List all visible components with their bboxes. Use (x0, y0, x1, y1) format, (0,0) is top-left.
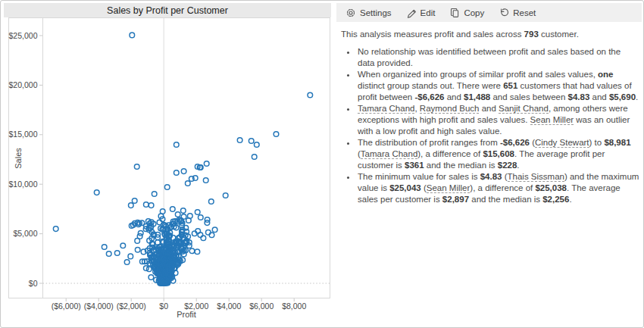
data-point[interactable] (135, 248, 140, 253)
y-tick-label: $20,000 (9, 80, 38, 89)
customer-link[interactable]: Tamara Chand (361, 149, 417, 159)
data-point[interactable] (144, 202, 149, 208)
data-point[interactable] (205, 217, 210, 223)
metric-value: one (598, 70, 613, 79)
analysis-panel: This analysis measures profit and sales … (341, 29, 639, 205)
copy-button[interactable]: Copy (449, 8, 484, 18)
y-tick-label: $0 (29, 279, 38, 288)
edit-button[interactable]: Edit (406, 8, 436, 18)
x-tick-label: $6,000 (249, 301, 274, 311)
copy-icon (449, 8, 460, 18)
data-point[interactable] (170, 207, 176, 212)
data-point[interactable] (148, 203, 154, 208)
data-point[interactable] (181, 214, 186, 220)
data-point[interactable] (186, 181, 191, 186)
data-point[interactable] (128, 254, 133, 259)
analysis-bullet: When organized into groups of similar pr… (357, 69, 639, 103)
data-point[interactable] (181, 169, 186, 174)
data-point[interactable] (53, 226, 58, 232)
analysis-text: , (414, 104, 419, 113)
data-point[interactable] (124, 260, 130, 265)
analysis-text: The minimum value for sales is (358, 172, 480, 181)
y-tick-label: $5,000 (13, 229, 37, 238)
data-point[interactable] (209, 199, 214, 205)
analysis-list: No relationship was identified between p… (341, 46, 639, 205)
data-point[interactable] (155, 240, 161, 245)
y-tick-label: $10,000 (9, 180, 38, 189)
data-point[interactable] (237, 138, 242, 143)
data-point[interactable] (94, 190, 99, 195)
data-point[interactable] (129, 203, 134, 208)
data-point[interactable] (174, 170, 180, 176)
data-point[interactable] (204, 161, 209, 167)
metric-value: $15,608 (483, 149, 514, 158)
customer-link[interactable]: Sanjit Chand (499, 104, 549, 114)
data-point[interactable] (174, 142, 180, 148)
data-point[interactable] (114, 251, 120, 256)
data-point[interactable] (206, 230, 211, 236)
metric-value: $228 (498, 161, 517, 170)
data-point[interactable] (138, 230, 143, 236)
data-point[interactable] (201, 236, 206, 241)
data-point[interactable] (175, 212, 180, 217)
data-point[interactable] (147, 267, 152, 272)
data-point[interactable] (164, 185, 170, 190)
customer-link[interactable]: Cindy Stewart (535, 138, 589, 148)
data-point[interactable] (249, 139, 254, 144)
metric-value: $2,256 (542, 195, 569, 204)
customer-link[interactable]: Raymond Buch (420, 104, 480, 114)
metric-value: $4.83 (568, 92, 590, 102)
reset-button[interactable]: Reset (499, 8, 536, 18)
analysis-text: When organized into groups of similar pr… (358, 70, 598, 79)
data-point[interactable] (212, 227, 217, 233)
analysis-text: ), a difference of (417, 149, 483, 158)
edit-label: Edit (420, 8, 436, 17)
gear-icon (345, 8, 356, 18)
data-point[interactable] (132, 198, 137, 204)
analysis-text: and (589, 92, 609, 102)
analysis-text: . (636, 92, 638, 102)
pencil-icon (406, 8, 417, 18)
data-point[interactable] (152, 192, 157, 197)
analysis-bullet: The minimum value for sales is $4.83 (Th… (357, 171, 639, 205)
scatter-plot: $0$5,000$10,000$15,000$20,000$25,000($6,… (1, 1, 334, 328)
analysis-text: ), a difference of (470, 183, 535, 192)
customer-link[interactable]: Tamara Chand (358, 104, 414, 114)
customer-link[interactable]: Sean Miller (530, 115, 574, 125)
data-point[interactable] (223, 193, 228, 198)
reset-icon (499, 8, 509, 18)
data-point[interactable] (188, 214, 193, 219)
toolbar: Settings Edit Copy Reset (336, 3, 642, 22)
customer-link[interactable]: Sean Miller (427, 183, 470, 193)
data-point[interactable] (120, 243, 126, 248)
data-point[interactable] (148, 275, 154, 280)
data-point[interactable] (130, 33, 135, 38)
metric-value: -$6,626 (414, 92, 444, 102)
data-point[interactable] (195, 249, 200, 255)
x-tick-label: ($2,000) (117, 301, 146, 311)
data-point[interactable] (195, 210, 200, 215)
data-point[interactable] (160, 209, 165, 214)
data-point[interactable] (106, 251, 111, 257)
data-point[interactable] (274, 132, 279, 137)
data-point[interactable] (199, 215, 204, 220)
analysis-text: ) to (589, 138, 605, 147)
data-point[interactable] (102, 245, 107, 250)
data-point[interactable] (252, 155, 257, 160)
x-tick-label: ($6,000) (52, 301, 81, 311)
data-point[interactable] (203, 178, 208, 183)
analysis-text: . (569, 195, 571, 204)
data-point[interactable] (255, 142, 260, 148)
analysis-text: ( (421, 183, 427, 192)
analysis-text: distinct group stands out. There were (358, 81, 503, 90)
data-point[interactable] (308, 92, 313, 98)
analysis-text: This analysis measures profit and sales … (341, 30, 524, 39)
customer-link[interactable]: Thais Sissman (508, 172, 564, 182)
data-point[interactable] (189, 248, 195, 254)
metric-value: $5,690 (609, 92, 636, 102)
settings-button[interactable]: Settings (345, 8, 392, 18)
data-point[interactable] (181, 208, 186, 214)
analysis-intro: This analysis measures profit and sales … (341, 29, 639, 40)
metric-value: $25,038 (535, 183, 567, 192)
data-point[interactable] (134, 164, 139, 170)
